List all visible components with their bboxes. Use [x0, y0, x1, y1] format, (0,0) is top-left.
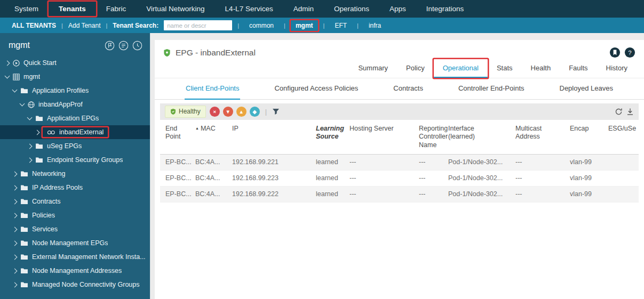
- chevron-right-icon[interactable]: [12, 227, 18, 232]
- table-cell: Pod-1/Node-302...: [448, 174, 515, 182]
- tab-operational[interactable]: Operational: [434, 59, 488, 78]
- health-badge-label: Healthy: [179, 108, 201, 115]
- chevron-right-icon[interactable]: [12, 240, 18, 246]
- column-header-interface-learned[interactable]: Interface (learned): [448, 125, 515, 141]
- column-header-encap[interactable]: Encap: [570, 125, 608, 133]
- chevron-right-icon[interactable]: [12, 213, 18, 218]
- tab-health[interactable]: Health: [522, 59, 560, 78]
- pin-icon[interactable]: [104, 40, 115, 51]
- column-header-reporting-controller-name[interactable]: Reporting Controller Name: [419, 125, 448, 149]
- nav-item-integrations[interactable]: Integrations: [416, 2, 474, 16]
- chevron-right-icon[interactable]: [27, 157, 33, 163]
- tree-item-label: Application EPGs: [47, 115, 99, 122]
- tree-item-application-profiles[interactable]: Application Profiles: [0, 84, 150, 98]
- tab-summary[interactable]: Summary: [349, 59, 397, 78]
- subtab-deployed-leaves[interactable]: Deployed Leaves: [559, 78, 614, 100]
- chevron-down-icon[interactable]: [20, 101, 25, 107]
- tree-item-label: Endpoint Security Groups: [47, 156, 123, 164]
- tree-item-quick-start[interactable]: Quick Start: [0, 56, 150, 70]
- table-row[interactable]: EP-BC...BC:4A...192.168.99.221learned---…: [160, 155, 639, 171]
- column-header-esg-use[interactable]: ESG/uSe: [608, 125, 639, 133]
- table-cell: ---: [419, 158, 448, 166]
- subtab-controller-end-points[interactable]: Controller End-Points: [457, 78, 526, 100]
- column-header-learning-source[interactable]: Learning Source: [316, 125, 349, 141]
- chevron-right-icon[interactable]: [12, 268, 18, 273]
- tree-item-node-management-addresses[interactable]: Node Management Addresses: [0, 264, 150, 278]
- apic-app: SystemTenantsFabricVirtual NetworkingL4-…: [0, 0, 644, 299]
- chevron-right-icon[interactable]: [12, 171, 18, 176]
- download-icon[interactable]: [626, 108, 634, 116]
- nav-item-tenants[interactable]: Tenants: [49, 2, 96, 16]
- nav-item-fabric[interactable]: Fabric: [96, 2, 137, 16]
- major-icon[interactable]: ▼: [223, 107, 233, 117]
- chevron-down-icon[interactable]: [12, 87, 18, 93]
- column-header-multicast-address[interactable]: Multicast Address: [515, 125, 570, 141]
- tree-item-managed-node-connectivity-groups[interactable]: Managed Node Connectivity Groups: [0, 278, 150, 292]
- tree-item-node-management-epgs[interactable]: Node Management EPGs: [0, 236, 150, 250]
- column-header-mac[interactable]: ▲MAC: [195, 125, 232, 133]
- column-header-hosting-server[interactable]: Hosting Server: [349, 125, 419, 133]
- table-cell: 192.168.99.223: [232, 174, 316, 182]
- tenant-chip-eft[interactable]: EFT: [330, 20, 352, 31]
- table-row[interactable]: EP-BC...BC:4A...192.168.99.222learned---…: [160, 187, 639, 203]
- chevron-down-icon[interactable]: [27, 115, 33, 120]
- tree-item-content: inbandAppProf: [28, 100, 86, 109]
- chevron-down-icon[interactable]: [5, 74, 10, 79]
- tenant-search-input[interactable]: [164, 20, 232, 30]
- chevron-right-icon[interactable]: [12, 185, 18, 190]
- nav-item-operations[interactable]: Operations: [324, 2, 379, 16]
- notes-icon[interactable]: [118, 40, 129, 51]
- tenant-chip-infra[interactable]: infra: [364, 20, 386, 31]
- tree-item-inbandappprof[interactable]: inbandAppProf: [0, 98, 150, 111]
- chevron-right-icon[interactable]: [35, 130, 40, 135]
- tree-item-networking[interactable]: Networking: [0, 167, 150, 181]
- tab-faults[interactable]: Faults: [560, 59, 597, 78]
- nav-item-apps[interactable]: Apps: [379, 2, 416, 16]
- refresh-icon[interactable]: [615, 108, 623, 116]
- tree-item-mgmt[interactable]: mgmt: [0, 70, 150, 84]
- critical-icon[interactable]: ×: [210, 107, 220, 117]
- tab-history[interactable]: History: [597, 59, 637, 78]
- tree-item-contracts[interactable]: Contracts: [0, 195, 150, 208]
- tab-policy[interactable]: Policy: [397, 59, 434, 78]
- tree-item-label: Node Management EPGs: [32, 239, 108, 247]
- column-header-label: Reporting Controller Name: [419, 125, 448, 149]
- tree-item-useg-epgs[interactable]: uSeg EPGs: [0, 139, 150, 153]
- chevron-right-icon[interactable]: [27, 143, 33, 149]
- tree-item-content: Managed Node Connectivity Groups: [20, 280, 144, 289]
- warning-icon[interactable]: ◆: [250, 107, 260, 117]
- tree-item-content: Networking: [20, 169, 69, 179]
- tenant-chip-mgmt[interactable]: mgmt: [291, 20, 318, 31]
- tree-item-endpoint-security-groups[interactable]: Endpoint Security Groups: [0, 153, 150, 167]
- table-row[interactable]: EP-BC...BC:4A...192.168.99.223learned---…: [160, 171, 639, 187]
- minor-icon[interactable]: ▲: [236, 107, 247, 117]
- nav-item-l4-l7-services[interactable]: L4-L7 Services: [215, 2, 283, 16]
- tree-item-policies[interactable]: Policies: [0, 208, 150, 222]
- nav-item-admin[interactable]: Admin: [283, 2, 324, 16]
- table-cell: EP-BC...: [160, 158, 195, 166]
- all-tenants-link[interactable]: ALL TENANTS: [12, 22, 56, 29]
- subtab-contracts[interactable]: Contracts: [392, 78, 424, 100]
- chevron-right-icon[interactable]: [5, 60, 10, 66]
- bookmark-icon[interactable]: [609, 47, 621, 58]
- filter-icon[interactable]: [272, 108, 280, 115]
- nav-item-virtual-networking[interactable]: Virtual Networking: [136, 2, 214, 16]
- tenant-chip-common[interactable]: common: [244, 20, 279, 31]
- tree-item-application-epgs[interactable]: Application EPGs: [0, 111, 150, 125]
- chevron-right-icon[interactable]: [12, 199, 18, 204]
- add-tenant-link[interactable]: Add Tenant: [68, 22, 101, 29]
- column-header-end-point[interactable]: End Point: [160, 125, 195, 141]
- tree-item-ip-address-pools[interactable]: IP Address Pools: [0, 181, 150, 195]
- chevron-right-icon[interactable]: [12, 254, 18, 260]
- subtab-configured-access-policies[interactable]: Configured Access Policies: [273, 78, 359, 100]
- tree-item-external-management-network-insta[interactable]: External Management Network Insta...: [0, 250, 150, 264]
- help-icon[interactable]: ?: [624, 47, 635, 58]
- tree-item-services[interactable]: Services: [0, 222, 150, 236]
- nav-item-system[interactable]: System: [4, 2, 49, 16]
- tab-stats[interactable]: Stats: [488, 59, 522, 78]
- history-icon[interactable]: [132, 40, 142, 51]
- chevron-right-icon[interactable]: [12, 282, 18, 287]
- column-header-ip[interactable]: IP: [232, 125, 316, 133]
- subtab-client-end-points[interactable]: Client End-Points: [185, 78, 240, 100]
- tree-item-inbandexternal[interactable]: inbandExternal: [0, 125, 150, 139]
